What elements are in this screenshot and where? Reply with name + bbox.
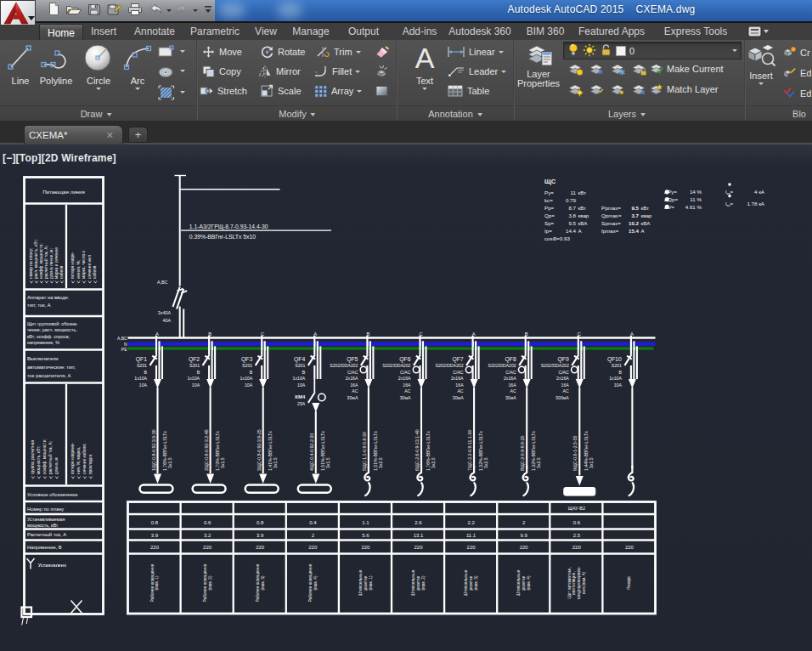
dropdown-arrow-icon[interactable]: [166, 2, 171, 20]
modify-trim-button[interactable]: Trim: [315, 45, 361, 59]
modify-array-button[interactable]: Array: [313, 84, 362, 98]
draw-polyline-button[interactable]: Polyline: [39, 42, 73, 86]
draw-arc-button-dropdown-icon[interactable]: [135, 88, 140, 90]
ribbon-tab-insert[interactable]: Insert: [83, 23, 124, 40]
ribbon-tab-autodesk-360[interactable]: Autodesk 360: [441, 23, 518, 40]
ribbon-tab-view[interactable]: View: [247, 23, 285, 40]
panel-title-layers[interactable]: Layers: [608, 106, 646, 122]
insert-block-button[interactable]: Insert: [745, 42, 777, 85]
ribbon-tab-home[interactable]: Home: [39, 24, 83, 42]
layer-combo-dropdown-icon[interactable]: [732, 49, 737, 52]
drawing-canvas[interactable]: [−][Top][2D Wireframe] Питающая линияном…: [0, 144, 812, 651]
circuit-spec: S202/DDA202: [435, 363, 463, 368]
circuit-description: (пом. 1): [155, 575, 159, 590]
file-tab-close-icon[interactable]: ✕: [106, 130, 114, 141]
open-button[interactable]: [65, 2, 83, 20]
draw-circle-button[interactable]: Circle: [83, 42, 114, 90]
layer-off-button[interactable]: [567, 62, 584, 80]
modify-explode-button[interactable]: [374, 65, 391, 82]
blocks-edit-attrib-button[interactable]: Ed: [782, 87, 811, 99]
new-tab-button[interactable]: +: [128, 127, 148, 143]
draw-arc-button[interactable]: Arc: [122, 42, 153, 90]
circuit-description: (пом. 4): [313, 575, 318, 590]
circuit-cable-designation: 1ЩС-0.8-0.92-3.9-30: [151, 429, 156, 471]
annotation-leader-button[interactable]: Leader: [447, 65, 506, 78]
layer-isolate-button[interactable]: [589, 62, 605, 80]
new-button[interactable]: [44, 2, 63, 20]
left-table-panel-label: напряжение, %: [27, 340, 59, 345]
plot-button[interactable]: [126, 2, 144, 20]
pointer-tick-icon: [71, 477, 74, 479]
ribbon-tab-express-tools[interactable]: Express Tools: [657, 23, 735, 40]
modify-stretch-button[interactable]: Stretch: [199, 84, 247, 98]
undo-button[interactable]: [146, 2, 165, 20]
save-button[interactable]: [85, 2, 104, 20]
annotation-leader-button-dropdown-icon[interactable]: [501, 71, 506, 73]
layer-thaw-icon[interactable]: [583, 43, 596, 59]
draw-ellipse-button[interactable]: [157, 65, 176, 82]
appmenu-dropdown-icon[interactable]: [28, 16, 35, 20]
modify-trim-button-dropdown-icon[interactable]: [356, 51, 361, 54]
draw-rectangle-button[interactable]: [157, 45, 176, 62]
layer-properties-button[interactable]: LayerProperties: [517, 42, 560, 88]
layer-color-swatch[interactable]: [616, 46, 626, 56]
circuit-power: 0.6: [573, 520, 581, 525]
ribbon-display-options[interactable]: [747, 25, 770, 37]
panel-title-draw[interactable]: Draw: [81, 106, 112, 122]
dropdown-arrow-icon[interactable]: [193, 2, 197, 20]
layer-unlock-button[interactable]: [631, 82, 647, 100]
draw-small-dropdown-icon[interactable]: [180, 91, 185, 93]
layer-unisolate-button[interactable]: [589, 82, 605, 100]
qat-dropdown-button[interactable]: [199, 2, 217, 20]
layer-combo[interactable]: 0: [563, 42, 742, 59]
layers-match-layer-button[interactable]: Match Layer: [649, 82, 719, 96]
circuit-cable-designation: 6ЩС-2.6-0.9-13.1-40: [414, 429, 420, 471]
title-bar: Autodesk AutoCAD 2015 CXEMA.dwg: [0, 0, 812, 21]
draw-line-button[interactable]: Line: [6, 42, 35, 86]
blocks-create-button[interactable]: Cr: [782, 46, 810, 59]
ribbon-tab-output[interactable]: Output: [341, 23, 386, 40]
modify-mirror-button[interactable]: Mirror: [257, 65, 301, 78]
draw-small-dropdown-icon[interactable]: [180, 70, 185, 72]
panel-title-blocks[interactable]: Blo: [792, 106, 806, 122]
ribbon-tab-parametric[interactable]: Parametric: [183, 23, 247, 40]
ribbon-tab-manage[interactable]: Manage: [285, 23, 336, 40]
layer-lock-icon[interactable]: [600, 43, 612, 59]
application-menu-button[interactable]: [0, 0, 36, 25]
modify-rotate-button[interactable]: Rotate: [260, 45, 305, 59]
annotation-text-button[interactable]: AText: [410, 42, 439, 90]
modify-move-button[interactable]: Move: [201, 45, 242, 59]
draw-small-dropdown-icon[interactable]: [180, 50, 185, 53]
insert-dropdown-icon[interactable]: [758, 82, 764, 85]
modify-copy-button[interactable]: Copy: [201, 65, 241, 78]
redo-button[interactable]: [172, 2, 191, 20]
layer-thawall-button[interactable]: [610, 82, 626, 100]
annotation-linear-button-dropdown-icon[interactable]: [499, 51, 504, 54]
modify-scale-button[interactable]: Scale: [260, 84, 302, 98]
annotation-linear-button[interactable]: Linear: [447, 45, 504, 59]
draw-hatch-button[interactable]: [157, 84, 176, 105]
circuit-spec: C/AC: [505, 370, 516, 375]
modify-array-button-dropdown-icon[interactable]: [357, 90, 362, 93]
layer-on-icon[interactable]: [567, 42, 579, 59]
saveas-button[interactable]: [105, 2, 124, 20]
layer-lock-button[interactable]: [631, 62, 647, 80]
modify-erase-button[interactable]: [374, 45, 391, 62]
file-tab-cxema[interactable]: CXEMA* ✕: [24, 125, 123, 144]
panel-title-modify[interactable]: Modify: [279, 106, 315, 122]
modify-fillet-button-dropdown-icon[interactable]: [355, 71, 360, 73]
annotation-text-button-dropdown-icon[interactable]: [422, 88, 427, 90]
layer-freeze-button[interactable]: [610, 62, 626, 80]
panel-title-annotation[interactable]: Annotation: [428, 106, 482, 122]
ribbon-tab-add-ins[interactable]: Add-ins: [395, 23, 445, 40]
ribbon-tab-featured-apps[interactable]: Featured Apps: [571, 23, 652, 40]
ribbon-tab-bim-360[interactable]: BIM 360: [519, 23, 572, 40]
modify-gradient-button[interactable]: [374, 84, 391, 101]
blocks-edit-button[interactable]: Ed: [782, 66, 811, 79]
layers-make-current-button[interactable]: Make Current: [649, 62, 724, 76]
layer-turnon-button[interactable]: [567, 82, 584, 100]
modify-fillet-button[interactable]: Fillet: [313, 65, 360, 78]
annotation-table-button[interactable]: Table: [447, 84, 489, 98]
ribbon-tab-annotate[interactable]: Annotate: [127, 23, 183, 40]
draw-circle-button-dropdown-icon[interactable]: [96, 88, 101, 90]
